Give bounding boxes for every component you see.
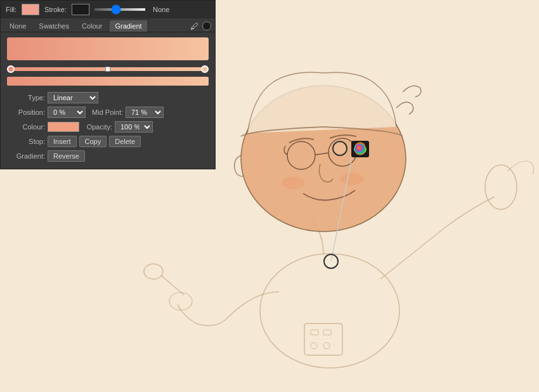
- gradient-label: Gradient:: [7, 152, 45, 160]
- gradient-row: Gradient: Reverse: [7, 150, 209, 162]
- midpoint-select[interactable]: 71 %: [126, 107, 164, 118]
- copy-button[interactable]: Copy: [79, 136, 107, 147]
- opacity-select[interactable]: 100 %: [115, 121, 153, 133]
- midpoint-label: Mid Point:: [88, 108, 123, 116]
- eyedropper-icon[interactable]: 🖊: [189, 21, 199, 31]
- gradient-preview-area: [1, 32, 215, 88]
- svg-point-17: [282, 176, 304, 189]
- colour-label: Colour:: [7, 123, 45, 131]
- stroke-swatch[interactable]: [72, 4, 89, 15]
- form-area: Type: Linear Radial Position: 0 % Mid Po…: [1, 88, 215, 169]
- gradient-slider-row[interactable]: [7, 64, 209, 74]
- reverse-button[interactable]: Reverse: [48, 150, 85, 162]
- fill-swatch[interactable]: [22, 4, 39, 15]
- tab-colour[interactable]: Colour: [77, 20, 107, 32]
- opacity-label: Opacity:: [82, 123, 112, 131]
- gradient-stop-left[interactable]: [7, 65, 15, 73]
- tab-gradient[interactable]: Gradient: [110, 20, 146, 32]
- fill-label: Fill:: [6, 6, 16, 13]
- stop-row: Stop: Insert Copy Delete: [7, 136, 209, 147]
- stop-label: Stop:: [7, 138, 45, 145]
- top-bar: Fill: Stroke: None: [1, 1, 215, 18]
- colour-row: Colour: Opacity: 100 %: [7, 121, 209, 133]
- stroke-slider-container: [94, 8, 145, 11]
- gradient-stop-mid[interactable]: [105, 67, 110, 72]
- gradient-track[interactable]: [7, 67, 209, 71]
- svg-point-21: [324, 254, 338, 268]
- tab-bar: None Swatches Colour Gradient 🖊: [1, 18, 215, 32]
- colour-swatch[interactable]: [48, 122, 79, 132]
- gradient-color-strip: [7, 77, 209, 86]
- type-row: Type: Linear Radial: [7, 92, 209, 103]
- gradient-stop-right[interactable]: [201, 65, 209, 73]
- delete-button[interactable]: Delete: [109, 136, 141, 147]
- type-label: Type:: [7, 94, 45, 101]
- type-select[interactable]: Linear Radial: [48, 92, 98, 103]
- none-button[interactable]: None: [150, 5, 172, 14]
- position-row: Position: 0 % Mid Point: 71 %: [7, 107, 209, 118]
- svg-point-20: [333, 141, 347, 155]
- gradient-bar-preview: [7, 37, 209, 60]
- tab-none[interactable]: None: [4, 20, 31, 32]
- svg-point-18: [341, 173, 363, 185]
- stop-buttons: Insert Copy Delete: [48, 136, 141, 147]
- tab-swatches[interactable]: Swatches: [34, 20, 74, 32]
- color-circle[interactable]: [202, 22, 211, 30]
- insert-button[interactable]: Insert: [48, 136, 77, 147]
- gradient-panel: Fill: Stroke: None None Swatches Colour …: [0, 0, 216, 169]
- stroke-width-slider[interactable]: [94, 8, 145, 11]
- stroke-label: Stroke:: [44, 6, 67, 13]
- position-label: Position:: [7, 108, 45, 116]
- position-select[interactable]: 0 %: [48, 107, 86, 118]
- svg-point-26: [354, 143, 366, 155]
